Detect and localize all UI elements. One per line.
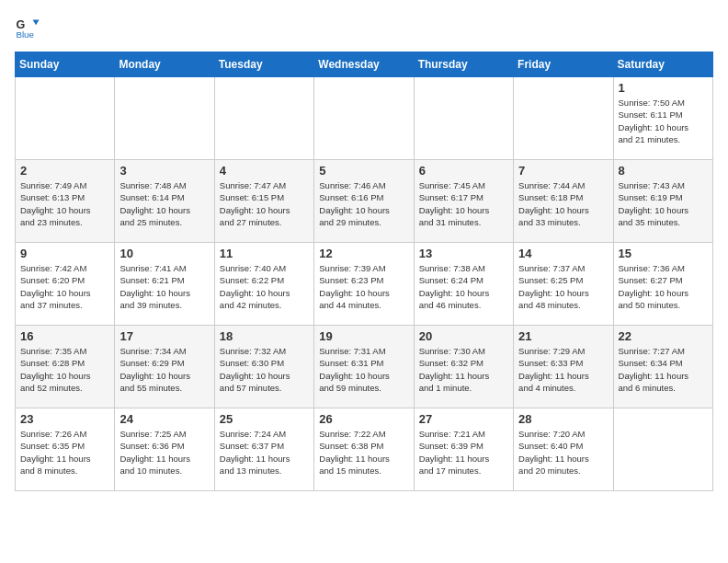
day-number: 25 bbox=[220, 412, 309, 426]
calendar-cell: 13Sunrise: 7:38 AM Sunset: 6:24 PM Dayli… bbox=[414, 243, 513, 326]
calendar-cell bbox=[613, 408, 712, 491]
day-number: 11 bbox=[220, 247, 309, 260]
calendar-week-row: 16Sunrise: 7:35 AM Sunset: 6:28 PM Dayli… bbox=[16, 326, 713, 408]
day-header-wednesday: Wednesday bbox=[314, 52, 414, 77]
day-info: Sunrise: 7:20 AM Sunset: 6:40 PM Dayligh… bbox=[518, 428, 608, 477]
day-number: 20 bbox=[419, 329, 508, 343]
day-number: 26 bbox=[319, 412, 408, 426]
day-info: Sunrise: 7:44 AM Sunset: 6:18 PM Dayligh… bbox=[518, 179, 608, 228]
day-info: Sunrise: 7:31 AM Sunset: 6:31 PM Dayligh… bbox=[319, 345, 408, 394]
day-number: 8 bbox=[619, 164, 708, 178]
day-number: 24 bbox=[119, 412, 209, 426]
day-info: Sunrise: 7:42 AM Sunset: 6:20 PM Dayligh… bbox=[20, 262, 109, 311]
day-info: Sunrise: 7:35 AM Sunset: 6:28 PM Dayligh… bbox=[20, 345, 109, 394]
calendar-header-row: SundayMondayTuesdayWednesdayThursdayFrid… bbox=[16, 52, 713, 77]
calendar-cell: 12Sunrise: 7:39 AM Sunset: 6:23 PM Dayli… bbox=[314, 243, 414, 326]
logo: G Blue bbox=[15, 15, 44, 40]
day-number: 5 bbox=[319, 164, 408, 178]
day-number: 1 bbox=[619, 81, 708, 95]
calendar-cell: 1Sunrise: 7:50 AM Sunset: 6:11 PM Daylig… bbox=[613, 77, 712, 160]
logo-icon: G Blue bbox=[15, 15, 40, 40]
day-header-friday: Friday bbox=[514, 52, 613, 77]
calendar-cell: 15Sunrise: 7:36 AM Sunset: 6:27 PM Dayli… bbox=[613, 243, 712, 326]
day-info: Sunrise: 7:25 AM Sunset: 6:36 PM Dayligh… bbox=[119, 428, 209, 477]
day-info: Sunrise: 7:37 AM Sunset: 6:25 PM Dayligh… bbox=[518, 262, 608, 311]
day-header-sunday: Sunday bbox=[16, 52, 115, 77]
day-header-monday: Monday bbox=[115, 52, 214, 77]
day-number: 23 bbox=[20, 412, 109, 426]
day-info: Sunrise: 7:50 AM Sunset: 6:11 PM Dayligh… bbox=[619, 97, 708, 145]
day-info: Sunrise: 7:32 AM Sunset: 6:30 PM Dayligh… bbox=[220, 345, 309, 394]
day-number: 13 bbox=[419, 247, 508, 260]
calendar-cell: 11Sunrise: 7:40 AM Sunset: 6:22 PM Dayli… bbox=[214, 243, 313, 326]
day-number: 6 bbox=[419, 164, 508, 178]
svg-marker-1 bbox=[33, 20, 40, 26]
day-number: 19 bbox=[319, 329, 408, 343]
calendar-cell bbox=[414, 77, 513, 160]
day-info: Sunrise: 7:30 AM Sunset: 6:32 PM Dayligh… bbox=[419, 345, 508, 394]
day-number: 27 bbox=[419, 412, 508, 426]
day-info: Sunrise: 7:48 AM Sunset: 6:14 PM Dayligh… bbox=[119, 179, 209, 228]
calendar-cell: 16Sunrise: 7:35 AM Sunset: 6:28 PM Dayli… bbox=[16, 326, 115, 408]
calendar-week-row: 2Sunrise: 7:49 AM Sunset: 6:13 PM Daylig… bbox=[16, 160, 713, 243]
calendar-cell: 10Sunrise: 7:41 AM Sunset: 6:21 PM Dayli… bbox=[115, 243, 214, 326]
calendar-week-row: 23Sunrise: 7:26 AM Sunset: 6:35 PM Dayli… bbox=[16, 408, 713, 491]
day-info: Sunrise: 7:45 AM Sunset: 6:17 PM Dayligh… bbox=[419, 179, 508, 228]
calendar-cell bbox=[314, 77, 414, 160]
calendar-cell: 25Sunrise: 7:24 AM Sunset: 6:37 PM Dayli… bbox=[214, 408, 313, 491]
calendar-week-row: 9Sunrise: 7:42 AM Sunset: 6:20 PM Daylig… bbox=[16, 243, 713, 326]
day-info: Sunrise: 7:22 AM Sunset: 6:38 PM Dayligh… bbox=[319, 428, 408, 477]
calendar-cell bbox=[16, 77, 115, 160]
day-header-thursday: Thursday bbox=[414, 52, 513, 77]
day-number: 18 bbox=[220, 329, 309, 343]
day-info: Sunrise: 7:21 AM Sunset: 6:39 PM Dayligh… bbox=[419, 428, 508, 477]
calendar-cell: 28Sunrise: 7:20 AM Sunset: 6:40 PM Dayli… bbox=[514, 408, 613, 491]
day-number: 14 bbox=[518, 247, 608, 260]
calendar-body: 1Sunrise: 7:50 AM Sunset: 6:11 PM Daylig… bbox=[16, 77, 713, 491]
day-info: Sunrise: 7:43 AM Sunset: 6:19 PM Dayligh… bbox=[619, 179, 708, 228]
calendar-table: SundayMondayTuesdayWednesdayThursdayFrid… bbox=[15, 52, 713, 491]
day-number: 22 bbox=[619, 329, 708, 343]
calendar-cell bbox=[514, 77, 613, 160]
page-header: G Blue bbox=[15, 15, 713, 40]
day-info: Sunrise: 7:27 AM Sunset: 6:34 PM Dayligh… bbox=[619, 345, 708, 394]
calendar-cell: 20Sunrise: 7:30 AM Sunset: 6:32 PM Dayli… bbox=[414, 326, 513, 408]
calendar-cell: 3Sunrise: 7:48 AM Sunset: 6:14 PM Daylig… bbox=[115, 160, 214, 243]
calendar-week-row: 1Sunrise: 7:50 AM Sunset: 6:11 PM Daylig… bbox=[16, 77, 713, 160]
day-number: 2 bbox=[20, 164, 109, 178]
day-info: Sunrise: 7:46 AM Sunset: 6:16 PM Dayligh… bbox=[319, 179, 408, 228]
calendar-cell: 14Sunrise: 7:37 AM Sunset: 6:25 PM Dayli… bbox=[514, 243, 613, 326]
day-number: 9 bbox=[20, 247, 109, 260]
day-number: 10 bbox=[119, 247, 209, 260]
day-number: 7 bbox=[518, 164, 608, 178]
day-number: 28 bbox=[518, 412, 608, 426]
day-number: 17 bbox=[119, 329, 209, 343]
day-info: Sunrise: 7:41 AM Sunset: 6:21 PM Dayligh… bbox=[119, 262, 209, 311]
calendar-cell: 7Sunrise: 7:44 AM Sunset: 6:18 PM Daylig… bbox=[514, 160, 613, 243]
day-info: Sunrise: 7:36 AM Sunset: 6:27 PM Dayligh… bbox=[619, 262, 708, 311]
calendar-cell bbox=[214, 77, 313, 160]
calendar-cell: 17Sunrise: 7:34 AM Sunset: 6:29 PM Dayli… bbox=[115, 326, 214, 408]
calendar-cell: 4Sunrise: 7:47 AM Sunset: 6:15 PM Daylig… bbox=[214, 160, 313, 243]
calendar-cell: 8Sunrise: 7:43 AM Sunset: 6:19 PM Daylig… bbox=[613, 160, 712, 243]
day-info: Sunrise: 7:39 AM Sunset: 6:23 PM Dayligh… bbox=[319, 262, 408, 311]
day-number: 21 bbox=[518, 329, 608, 343]
day-number: 15 bbox=[619, 247, 708, 260]
day-info: Sunrise: 7:26 AM Sunset: 6:35 PM Dayligh… bbox=[20, 428, 109, 477]
day-info: Sunrise: 7:49 AM Sunset: 6:13 PM Dayligh… bbox=[20, 179, 109, 228]
calendar-cell: 24Sunrise: 7:25 AM Sunset: 6:36 PM Dayli… bbox=[115, 408, 214, 491]
calendar-cell: 9Sunrise: 7:42 AM Sunset: 6:20 PM Daylig… bbox=[16, 243, 115, 326]
calendar-cell: 22Sunrise: 7:27 AM Sunset: 6:34 PM Dayli… bbox=[613, 326, 712, 408]
day-info: Sunrise: 7:29 AM Sunset: 6:33 PM Dayligh… bbox=[518, 345, 608, 394]
calendar-cell: 5Sunrise: 7:46 AM Sunset: 6:16 PM Daylig… bbox=[314, 160, 414, 243]
day-header-tuesday: Tuesday bbox=[214, 52, 313, 77]
day-number: 12 bbox=[319, 247, 408, 260]
day-info: Sunrise: 7:34 AM Sunset: 6:29 PM Dayligh… bbox=[119, 345, 209, 394]
day-info: Sunrise: 7:38 AM Sunset: 6:24 PM Dayligh… bbox=[419, 262, 508, 311]
calendar-cell bbox=[115, 77, 214, 160]
day-header-saturday: Saturday bbox=[613, 52, 712, 77]
day-number: 4 bbox=[220, 164, 309, 178]
day-number: 3 bbox=[119, 164, 209, 178]
svg-text:Blue: Blue bbox=[16, 29, 34, 40]
calendar-cell: 2Sunrise: 7:49 AM Sunset: 6:13 PM Daylig… bbox=[16, 160, 115, 243]
